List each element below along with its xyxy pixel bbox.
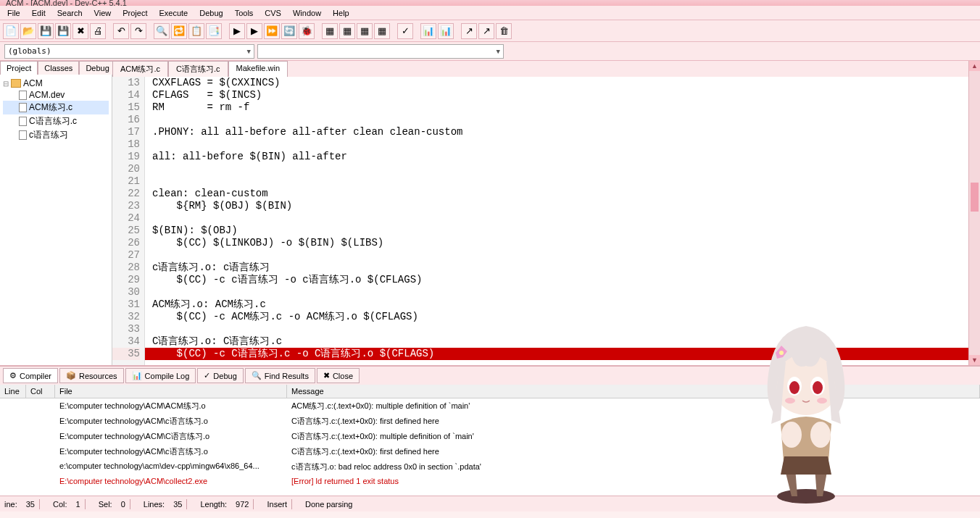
code-editor[interactable]: 1314151617181920212223242526272829303132… [112,77,968,365]
project-tabs: ProjectClassesDebug [0,61,112,75]
status-bar: ine:35 Col:1 Sel:0 Lines:35 Length:972 I… [0,496,980,511]
close-file-icon[interactable]: ✖ [72,23,88,39]
editor-tab[interactable]: Makefile.win [228,61,288,77]
redo-icon[interactable]: ↷ [130,23,146,39]
menu-edit[interactable]: Edit [26,7,51,19]
find-in-files-icon[interactable]: 📋 [188,23,204,39]
grid3-icon[interactable]: ▦ [357,23,373,39]
left-tab-classes[interactable]: Classes [38,61,79,75]
editor-area: ACM练习.cC语言练习.cMakefile.win 1314151617181… [112,61,968,365]
bottom-tab-debug[interactable]: ✓Debug [197,368,243,383]
title-bar: ACM - [ACM.dev] - Dev-C++ 5.4.1 [0,0,980,6]
project-panel: ProjectClassesDebug ⊟ ACM ACM.devACM练习.c… [0,61,112,365]
bottom-tab-close[interactable]: ✖Close [317,368,360,383]
message-row[interactable]: E:\computer technology\ACM\ACM练习.oACM练习.… [0,398,980,414]
tab-icon: ✖ [323,371,330,380]
bottom-tab-compiler[interactable]: ⚙Compiler [3,368,58,383]
tree-root[interactable]: ⊟ ACM [3,78,109,89]
replace-icon[interactable]: 🔁 [171,23,187,39]
file-icon [19,103,27,112]
scroll-down-icon[interactable]: ▼ [969,355,980,365]
line-gutter: 1314151617181920212223242526272829303132… [112,77,145,365]
grid1-icon[interactable]: ▦ [322,23,338,39]
open-icon[interactable]: 📂 [20,23,36,39]
tab-icon: 📊 [132,371,142,380]
menu-execute[interactable]: Execute [153,7,194,19]
menu-bar: FileEditSearchViewProjectExecuteDebugToo… [0,6,980,20]
scroll-up-icon[interactable]: ▲ [969,61,980,71]
goto-icon[interactable]: 📑 [206,23,222,39]
vertical-scrollbar[interactable]: ▲ ▼ [968,61,980,365]
file-icon [19,130,27,140]
code-content[interactable]: CXXFLAGS = $(CXXINCS)CFLAGS = $(INCS)RM … [145,77,968,365]
compiler-messages: Line Col File Message E:\computer techno… [0,385,980,496]
editor-tab[interactable]: C语言练习.c [168,61,228,77]
tab-icon: ✓ [204,371,210,380]
menu-cvs[interactable]: CVS [259,7,287,19]
globals-combo[interactable]: (globals)▼ [4,44,254,59]
trash-icon[interactable]: 🗑 [496,23,512,39]
print-icon[interactable]: 🖨 [90,23,106,39]
bottom-tab-resources[interactable]: 📦Resources [59,368,124,383]
combo-row: (globals)▼ ▼ [0,42,980,61]
file-icon [19,91,27,100]
menu-view[interactable]: View [88,7,117,19]
members-combo[interactable]: ▼ [257,44,504,59]
find-icon[interactable]: 🔍 [154,23,170,39]
chart1-icon[interactable]: 📊 [420,23,436,39]
message-row[interactable]: E:\computer technology\ACM\c语言练习.oC语言练习.… [0,444,980,459]
tab-icon: 📦 [66,371,76,380]
tree-item[interactable]: c语言练习 [3,128,109,142]
message-row[interactable]: E:\computer technology\ACM\c语言练习.oC语言练习.… [0,414,980,429]
bottom-tab-compile-log[interactable]: 📊Compile Log [125,368,196,383]
tab-icon: 🔍 [252,371,262,380]
exit2-icon[interactable]: ↗ [478,23,494,39]
grid4-icon[interactable]: ▦ [374,23,390,39]
check-icon[interactable]: ✓ [397,23,413,39]
left-tab-project[interactable]: Project [0,61,38,75]
grid2-icon[interactable]: ▦ [339,23,355,39]
compile-icon[interactable]: ▶ [229,23,245,39]
run-icon[interactable]: ▶ [246,23,262,39]
message-row[interactable]: E:\computer technology\ACM\C语言练习.oC语言练习.… [0,429,980,444]
scroll-thumb[interactable] [971,183,979,212]
tree-item[interactable]: ACM练习.c [3,101,109,114]
message-row[interactable]: e:\computer technology\acm\dev-cpp\mingw… [0,459,980,475]
menu-tools[interactable]: Tools [229,7,259,19]
left-tab-debug[interactable]: Debug [79,61,115,75]
menu-debug[interactable]: Debug [194,7,228,19]
menu-help[interactable]: Help [327,7,355,19]
compile-run-icon[interactable]: ⏩ [264,23,280,39]
debug-icon[interactable]: 🐞 [299,23,315,39]
toolbar-main: 📄 📂 💾 💾 ✖ 🖨 ↶ ↷ 🔍 🔁 📋 📑 ▶ ▶ ⏩ 🔄 🐞 ▦ ▦ ▦ … [0,20,980,42]
exit1-icon[interactable]: ↗ [461,23,477,39]
tab-icon: ⚙ [9,371,17,380]
menu-search[interactable]: Search [51,7,88,19]
tree-item[interactable]: C语言练习.c [3,114,109,128]
folder-icon [11,79,21,88]
menu-window[interactable]: Window [287,7,327,19]
save-icon[interactable]: 💾 [38,23,54,39]
menu-project[interactable]: Project [117,7,153,19]
message-row[interactable]: E:\computer technology\ACM\collect2.exe[… [0,475,980,488]
editor-tabs: ACM练习.cC语言练习.cMakefile.win [112,61,968,77]
chart2-icon[interactable]: 📊 [438,23,454,39]
bottom-tab-find-results[interactable]: 🔍Find Results [245,368,315,383]
output-tabs: ⚙Compiler📦Resources📊Compile Log✓Debug🔍Fi… [0,367,980,385]
new-file-icon[interactable]: 📄 [3,23,19,39]
tree-item[interactable]: ACM.dev [3,89,109,101]
project-tree: ⊟ ACM ACM.devACM练习.cC语言练习.cc语言练习 [0,75,112,145]
message-header: Line Col File Message [0,385,980,398]
editor-tab[interactable]: ACM练习.c [112,61,168,77]
save-all-icon[interactable]: 💾 [55,23,71,39]
file-icon [19,117,27,126]
rebuild-icon[interactable]: 🔄 [281,23,297,39]
menu-file[interactable]: File [1,7,26,19]
undo-icon[interactable]: ↶ [113,23,129,39]
output-panel: ⚙Compiler📦Resources📊Compile Log✓Debug🔍Fi… [0,365,980,496]
